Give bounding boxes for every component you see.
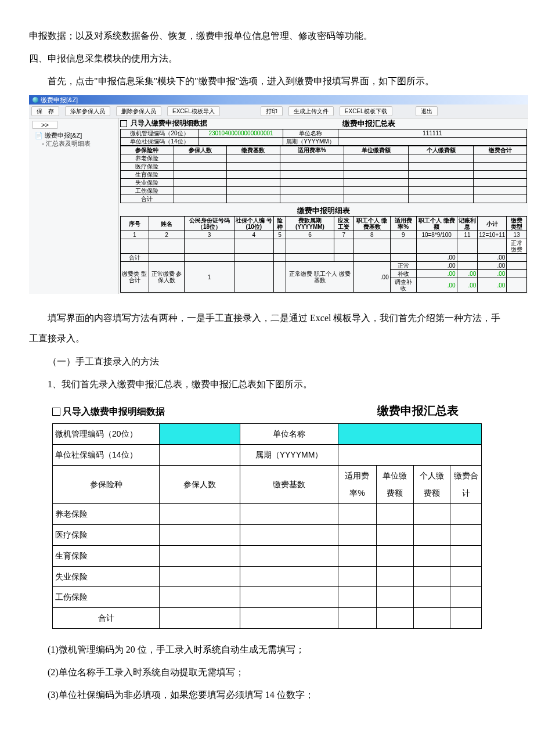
zero-cell: .00: [416, 262, 457, 270]
tree-collapse[interactable]: >>: [33, 121, 57, 129]
value-code14-2[interactable]: [160, 444, 240, 465]
excel-download-button[interactable]: EXCEL模板下载: [340, 106, 392, 116]
normal-count-label: 正常缴费 参保人数: [149, 262, 185, 293]
add-person-button[interactable]: 添加参保人员: [65, 106, 110, 116]
num-row: 5: [273, 231, 286, 239]
dcol-period: 费款属期 (YYYYMM): [286, 217, 334, 231]
value-code20: 23010400000000000001: [199, 129, 283, 137]
paragraph: 填写界面的内容填写方法有两种，一是手工直接录入，二是通过 Excel 模板导入，…: [29, 308, 505, 348]
print-button[interactable]: 打印: [261, 106, 283, 116]
tree-item-summary[interactable]: 汇总表及明细表: [30, 139, 117, 147]
dcol-personfee: 职工个人 缴费额: [416, 217, 457, 231]
col2-base: 缴费基数: [240, 465, 338, 504]
num-row: 6: [286, 231, 334, 239]
label-belong: 属期（YYYYMM）: [283, 137, 338, 145]
dcol-name: 姓名: [149, 217, 185, 231]
heji-label: 合计: [121, 254, 149, 262]
value-unitname-2[interactable]: [338, 424, 482, 445]
summary-info-table-2: 微机管理编码（20位） 单位名称 单位社保编码（14位） 属期（YYYYMM） …: [52, 423, 482, 629]
col-count: 参保人数: [174, 146, 227, 154]
value-belong-2[interactable]: [338, 444, 482, 465]
detail-table: 序号 姓名 公民身份证号码 （18位） 社保个人编 号(10位) 险种 费款属期…: [120, 216, 527, 293]
detail-title: 缴费申报明细表: [120, 207, 527, 215]
num-row: 2: [149, 231, 185, 239]
summary-info-table: 微机管理编码（20位） 23010400000000000001 单位名称 11…: [120, 129, 527, 146]
paragraph: 申报数据；以及对系统数据备份、恢复，缴费申报单位信息管理、修改密码等功能。: [29, 26, 505, 46]
zero-cell: .00: [478, 278, 507, 293]
table-row: 工伤保险: [121, 186, 174, 195]
col2-total: 缴费合计: [450, 465, 482, 504]
label-code20-2: 微机管理编码（20位）: [53, 424, 160, 445]
num-row: 9: [390, 231, 416, 239]
zero-cell: .00: [353, 262, 390, 293]
excel-import-button[interactable]: EXCEL模板导入: [167, 106, 220, 116]
table-row: 养老保险: [53, 504, 160, 525]
table-row: 工伤保险: [53, 587, 160, 608]
zero-cell: .00: [478, 262, 507, 270]
exit-button[interactable]: 退出: [416, 106, 438, 116]
value-belong[interactable]: [338, 137, 527, 145]
delete-person-button[interactable]: 删除参保人员: [116, 106, 161, 116]
nav-tree: >> 缴费申报[&Z] 汇总表及明细表: [29, 118, 119, 294]
paragraph: 首先，点击"申报信息采集"模块下的"缴费申报"选项，进入到缴费申报填写界面，如下…: [29, 71, 505, 91]
num-row: 10=8*9/100: [416, 231, 457, 239]
num-row: 7: [334, 231, 353, 239]
num-row: 1: [121, 231, 149, 239]
table-row: 失业保险: [121, 178, 174, 186]
table-row: 合计: [53, 608, 160, 629]
toolbar: 保 存 添加参保人员 删除参保人员 EXCEL模板导入 打印 生成上传文件 EX…: [29, 105, 528, 118]
only-detail-checkbox-2[interactable]: [52, 408, 60, 416]
num-row: 13: [507, 231, 527, 239]
paragraph: (3)单位社保编码为非必填项，如果您要填写必须填写 14 位数字；: [29, 685, 505, 705]
col-rate: 适用费率%: [280, 146, 344, 154]
only-detail-checkbox[interactable]: [120, 120, 127, 127]
diaocha-label: 调查补收: [390, 278, 416, 293]
dcol-base: 职工个人 缴费基数: [353, 217, 390, 231]
window-titlebar: 缴费申报[&Z]: [29, 95, 528, 105]
col2-count: 参保人数: [160, 465, 240, 504]
one-value: 1: [185, 262, 234, 293]
col-total: 缴费合计: [474, 146, 527, 154]
paragraph: (2)单位名称手工录入时系统自动提取无需填写；: [29, 662, 505, 682]
value-unitname: 111111: [338, 129, 527, 137]
save-button[interactable]: 保 存: [31, 106, 59, 116]
zero-cell: .00: [416, 278, 457, 293]
col-personfee: 个人缴费额: [409, 146, 474, 154]
gen-upload-button[interactable]: 生成上传文件: [288, 106, 334, 116]
label-unitname-2: 单位名称: [240, 424, 338, 445]
dcol-wage: 应发工资: [334, 217, 353, 231]
col-type: 参保险种: [121, 146, 174, 154]
main-panel: 只导入缴费申报明细数据 缴费申报汇总表 微机管理编码（20位） 23010400…: [119, 118, 528, 294]
zero-cell: .00: [478, 270, 507, 278]
dcol-interest: 记账利息: [457, 217, 478, 231]
num-row: 11: [457, 231, 478, 239]
num-row: 8: [353, 231, 390, 239]
dcol-ins: 险种: [273, 217, 286, 231]
paragraph: 四、申报信息采集模块的使用方法。: [29, 48, 505, 69]
table-row: 医疗保险: [53, 524, 160, 545]
value-code20-2[interactable]: [160, 424, 240, 445]
dcol-id18: 公民身份证号码 （18位）: [185, 217, 234, 231]
label-code14-2: 单位社保编码（14位）: [53, 444, 160, 465]
dcol-rate: 适用费 率%: [390, 217, 416, 231]
dcol-feetype: 缴费类型: [507, 217, 527, 231]
value-code14[interactable]: [199, 137, 283, 145]
paragraph: 1、我们首先录入缴费申报汇总表，缴费申报汇总表如下图所示。: [29, 374, 505, 394]
num-row: 4: [234, 231, 273, 239]
col2-rate: 适用费率%: [338, 465, 377, 504]
dcol-subtotal: 小计: [478, 217, 507, 231]
summary-title-2: 缴费申报汇总表: [377, 398, 459, 423]
num-row: 12=10+11: [478, 231, 507, 239]
label-unitname: 单位名称: [283, 129, 338, 137]
num-row: 3: [185, 231, 234, 239]
dcol-id10: 社保个人编 号(10位): [234, 217, 273, 231]
dcol-no: 序号: [121, 217, 149, 231]
col2-type: 参保险种: [53, 465, 160, 504]
table-row: 生育保险: [121, 170, 174, 178]
zero-cell: .00: [478, 254, 507, 262]
col2-personfee: 个人缴费额: [413, 465, 450, 504]
only-detail-text-2: 只导入缴费申报明细数据: [63, 406, 165, 416]
col2-unitfee: 单位缴费额: [376, 465, 413, 504]
tree-item-report[interactable]: 缴费申报[&Z]: [30, 131, 117, 139]
zero-cell: .00: [416, 254, 457, 262]
